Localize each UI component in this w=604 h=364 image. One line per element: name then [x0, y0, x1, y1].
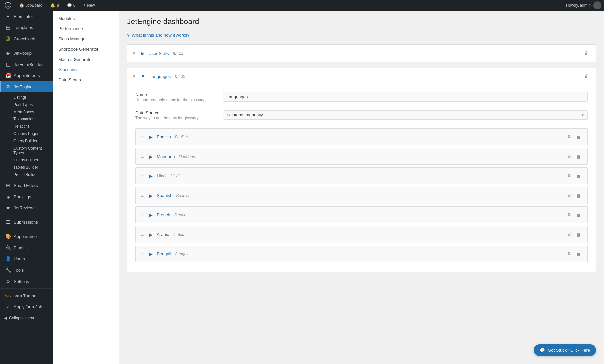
site-name-item[interactable]: 🏠 JobBoard	[17, 0, 44, 11]
drag-handle-hindi[interactable]: ≡	[141, 173, 144, 179]
expand-user-skills-button[interactable]: ▶	[139, 50, 146, 57]
support-label: Got Stuck? Click Here	[548, 348, 590, 353]
delete-english-button[interactable]: 🗑	[575, 133, 582, 141]
data-source-select[interactable]: Set items manually Posts Terms Users Opt…	[223, 110, 588, 120]
drag-handle-spanish[interactable]: ≡	[141, 193, 144, 198]
collapse-label: Collapse menu	[9, 316, 35, 320]
sidebar-item-jetformbuilder[interactable]: ◫ JetFormBuilder	[0, 59, 53, 70]
delete-arabic-button[interactable]: 🗑	[575, 230, 582, 239]
sidebar-item-options-pages[interactable]: Options Pages	[9, 130, 53, 137]
collapse-menu-button[interactable]: ◀ Collapse menu	[0, 312, 53, 324]
sidebar-item-listings[interactable]: Listings	[9, 94, 53, 101]
drag-handle-bengali[interactable]: ≡	[141, 251, 144, 257]
copy-hindi-button[interactable]: ⧉	[566, 172, 572, 180]
collapse-languages-button[interactable]: ▼	[139, 73, 147, 80]
field-label-col-data-source: Data Source The way to get the data for …	[135, 110, 215, 120]
sidebar-item-users[interactable]: 👤 Users	[0, 253, 53, 264]
expand-english-button[interactable]: ▶	[148, 134, 154, 140]
sidebar-item-relations[interactable]: Relations	[9, 123, 53, 130]
sidebar-item-query-builder[interactable]: Query Builder	[9, 137, 53, 145]
copy-bengali-button[interactable]: ⧉	[566, 250, 572, 258]
sidebar: ✦ Elementor ▤ Templates 🐊 Crocoblock ◈ J…	[0, 11, 53, 364]
drag-handle-english[interactable]: ≡	[141, 134, 144, 140]
support-button[interactable]: 💬 Got Stuck? Click Here	[534, 344, 596, 356]
submenu-item-skins-manager[interactable]: Skins Manager	[53, 34, 119, 44]
lang-actions-bengali: ⧉ 🗑	[566, 250, 582, 258]
submenu-item-glossaries[interactable]: Glossaries	[53, 65, 119, 75]
sidebar-item-elementor[interactable]: ✦ Elementor	[0, 11, 53, 22]
expand-hindi-button[interactable]: ▶	[148, 173, 154, 179]
sidebar-item-smart-filters[interactable]: ⊞ Smart Filters	[0, 180, 53, 191]
lang-subtitle-bengali: Bengali	[175, 252, 188, 256]
copy-arabic-button[interactable]: ⧉	[566, 230, 572, 239]
glossary-actions-user-skills: 🗑	[583, 49, 590, 57]
apply-icon: ✓	[5, 304, 11, 310]
delete-languages-button[interactable]: 🗑	[583, 72, 590, 80]
field-label-name: Name	[135, 92, 215, 97]
sidebar-item-taxonomies[interactable]: Taxonomies	[9, 115, 53, 123]
sidebar-item-templates[interactable]: ▤ Templates	[0, 22, 53, 33]
submenu-item-macros-generator[interactable]: Macros Generator	[53, 54, 119, 65]
sidebar-item-meta-boxes[interactable]: Meta Boxes	[9, 108, 53, 115]
drag-handle-languages[interactable]: ≡	[133, 74, 135, 79]
submenu-item-data-stores[interactable]: Data Stores	[53, 75, 119, 85]
copy-spanish-button[interactable]: ⧉	[566, 191, 572, 200]
drag-handle-arabic[interactable]: ≡	[141, 232, 144, 237]
drag-handle-user-skills[interactable]: ≡	[133, 51, 135, 56]
copy-english-button[interactable]: ⧉	[566, 133, 572, 141]
delete-bengali-button[interactable]: 🗑	[575, 250, 582, 258]
field-label-col-name: Name Human-readable name for the glossar…	[135, 92, 215, 102]
updates-item[interactable]: 🔔 8	[48, 0, 61, 11]
sidebar-item-apply-for-job[interactable]: ✓ Apply for a Job	[0, 301, 53, 312]
submenu-item-shortcode-generator[interactable]: Shortcode Generator	[53, 44, 119, 54]
new-item[interactable]: + New	[81, 0, 97, 11]
delete-spanish-button[interactable]: 🗑	[575, 191, 582, 200]
delete-user-skills-button[interactable]: 🗑	[583, 49, 590, 57]
delete-french-button[interactable]: 🗑	[575, 211, 582, 219]
submenu-item-performance[interactable]: Performance	[53, 23, 119, 34]
sidebar-item-appointments[interactable]: 📅 Appointments	[0, 70, 53, 81]
delete-hindi-button[interactable]: 🗑	[575, 172, 582, 180]
sidebar-item-custom-content-types[interactable]: Custom Content Types	[9, 145, 53, 157]
submenu-item-modules[interactable]: Modules	[53, 13, 119, 23]
sidebar-item-post-types[interactable]: Post Types	[9, 101, 53, 108]
sidebar-item-tables-builder[interactable]: Tables Builder	[9, 164, 53, 171]
drag-handle-mandarin[interactable]: ≡	[141, 154, 144, 159]
expand-spanish-button[interactable]: ▶	[148, 192, 154, 199]
sidebar-item-karo-theme[interactable]: karo karo Theme	[0, 290, 53, 301]
sidebar-item-appearance[interactable]: 🎨 Appearance	[0, 231, 53, 242]
expand-french-button[interactable]: ▶	[148, 212, 154, 218]
wp-logo-item[interactable]: W	[3, 0, 13, 11]
sidebar-item-jetreviews[interactable]: ★ JetReviews	[0, 202, 53, 213]
expand-mandarin-button[interactable]: ▶	[148, 153, 154, 160]
sidebar-item-profile-builder[interactable]: Profile Builder	[9, 171, 53, 178]
lang-name-hindi: Hindi	[157, 173, 167, 178]
sidebar-item-settings[interactable]: ⚙ Settings	[0, 276, 53, 287]
sidebar-item-jetpopup[interactable]: ◈ JetPopup	[0, 47, 53, 59]
comments-item[interactable]: 💬 0	[65, 0, 77, 11]
expand-arabic-button[interactable]: ▶	[148, 231, 154, 238]
sidebar-label-jetpopup: JetPopup	[14, 51, 32, 56]
sidebar-item-bookings[interactable]: ◈ Bookings	[0, 191, 53, 202]
copy-french-button[interactable]: ⧉	[566, 211, 572, 219]
help-link[interactable]: ? What is this and how it works?	[127, 33, 596, 38]
copy-mandarin-button[interactable]: ⧉	[566, 152, 572, 160]
language-item-hindi: ≡ ▶ Hindi Hindi ⧉ 🗑	[135, 167, 588, 184]
expand-bengali-button[interactable]: ▶	[148, 251, 154, 257]
drag-handle-french[interactable]: ≡	[141, 212, 144, 218]
sidebar-divider-4	[0, 288, 53, 289]
sidebar-item-charts-builder[interactable]: Charts Builder	[9, 157, 53, 164]
smart-filters-icon: ⊞	[5, 182, 11, 188]
sidebar-item-jetengine[interactable]: ⚙ JetEngine	[0, 81, 53, 92]
wp-logo-icon: W	[5, 2, 11, 9]
admin-bar: W 🏠 JobBoard 🔔 8 💬 0 + New Howdy, admin	[0, 0, 604, 11]
glossary-name-input[interactable]	[223, 92, 588, 102]
sidebar-label-jetengine: JetEngine	[14, 84, 33, 89]
language-item-french: ≡ ▶ French French ⧉ 🗑	[135, 206, 588, 223]
delete-mandarin-button[interactable]: 🗑	[575, 152, 582, 160]
sidebar-item-crocoblock[interactable]: 🐊 Crocoblock	[0, 33, 53, 44]
lang-subtitle-spanish: Spanish	[176, 193, 190, 198]
sidebar-item-submissions[interactable]: ☰ Submissions	[0, 216, 53, 228]
sidebar-item-plugins[interactable]: 🔌 Plugins	[0, 242, 53, 253]
sidebar-item-tools[interactable]: 🔧 Tools	[0, 264, 53, 276]
